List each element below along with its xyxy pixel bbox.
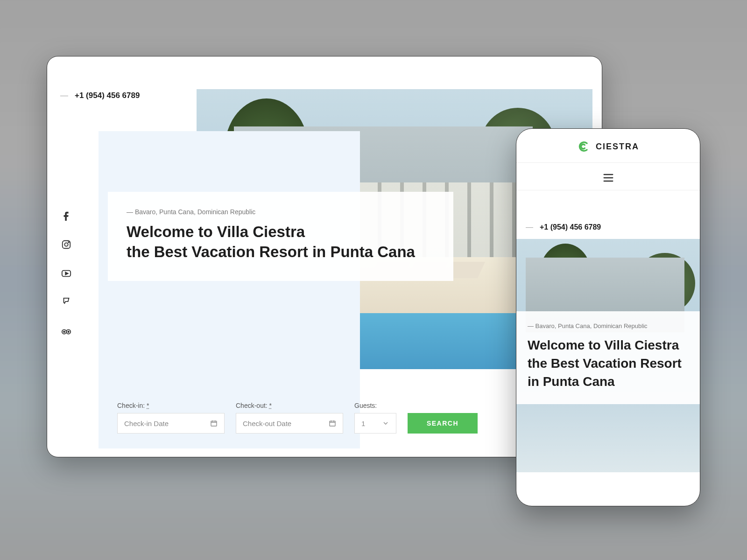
mobile-header-phone[interactable]: — +1 (954) 456 6789 bbox=[516, 190, 700, 239]
hamburger-icon[interactable] bbox=[602, 171, 615, 182]
guests-field-group: Guests: 1 bbox=[354, 402, 396, 434]
social-icons-column bbox=[61, 210, 71, 336]
svg-point-7 bbox=[68, 331, 69, 333]
mobile-welcome-title: Welcome to Villa Ciestra the Best Vacati… bbox=[528, 336, 689, 391]
location-tag: — Bavaro, Punta Cana, Dominican Republic bbox=[127, 208, 435, 216]
mobile-welcome-overlay: — Bavaro, Punta Cana, Dominican Republic… bbox=[516, 311, 700, 404]
mobile-menu-bar bbox=[516, 163, 700, 190]
mobile-header: CIESTRA bbox=[516, 129, 700, 163]
checkout-placeholder: Check-out Date bbox=[243, 420, 291, 427]
calendar-icon bbox=[210, 420, 218, 427]
svg-rect-8 bbox=[211, 421, 217, 426]
tripadvisor-icon[interactable] bbox=[61, 326, 71, 336]
welcome-overlay: — Bavaro, Punta Cana, Dominican Republic… bbox=[108, 192, 453, 281]
facebook-icon[interactable] bbox=[61, 210, 71, 221]
mobile-preview-card: CIESTRA — +1 (954) 456 6789 — Bavaro, Pu… bbox=[516, 128, 700, 506]
booking-search-form: Check-in: * Check-in Date Check-out: * C… bbox=[117, 402, 532, 434]
phone-number: +1 (954) 456 6789 bbox=[75, 91, 140, 100]
welcome-title: Welcome to Villa Ciestra the Best Vacati… bbox=[127, 222, 435, 262]
logo-icon bbox=[577, 140, 590, 153]
mobile-phone-number: +1 (954) 456 6789 bbox=[540, 223, 601, 231]
checkin-placeholder: Check-in Date bbox=[124, 420, 169, 427]
checkout-field-group: Check-out: * Check-out Date bbox=[236, 402, 343, 434]
search-button[interactable]: SEARCH bbox=[408, 413, 478, 434]
foursquare-icon[interactable] bbox=[61, 297, 71, 308]
guests-select[interactable]: 1 bbox=[354, 413, 396, 434]
svg-point-1 bbox=[64, 243, 68, 246]
guests-value: 1 bbox=[361, 420, 365, 427]
instagram-icon[interactable] bbox=[61, 239, 71, 250]
guests-label: Guests: bbox=[354, 402, 396, 409]
youtube-icon[interactable] bbox=[61, 268, 71, 279]
dash-icon: — bbox=[60, 91, 68, 100]
mobile-location-tag: — Bavaro, Punta Cana, Dominican Republic bbox=[528, 322, 689, 329]
dash-icon: — bbox=[526, 223, 533, 231]
checkin-input[interactable]: Check-in Date bbox=[117, 413, 225, 434]
checkin-label: Check-in: * bbox=[117, 402, 225, 409]
decorative-light-block bbox=[99, 131, 360, 448]
svg-point-2 bbox=[68, 242, 69, 243]
svg-rect-9 bbox=[330, 421, 335, 426]
calendar-icon bbox=[329, 420, 336, 427]
svg-point-6 bbox=[63, 331, 65, 333]
brand-name: CIESTRA bbox=[596, 142, 639, 152]
checkin-field-group: Check-in: * Check-in Date bbox=[117, 402, 225, 434]
checkout-input[interactable]: Check-out Date bbox=[236, 413, 343, 434]
mobile-hero-image: — Bavaro, Punta Cana, Dominican Republic… bbox=[516, 239, 700, 472]
checkout-label: Check-out: * bbox=[236, 402, 343, 409]
header-phone[interactable]: — +1 (954) 456 6789 bbox=[60, 91, 140, 100]
chevron-down-icon bbox=[382, 420, 389, 427]
